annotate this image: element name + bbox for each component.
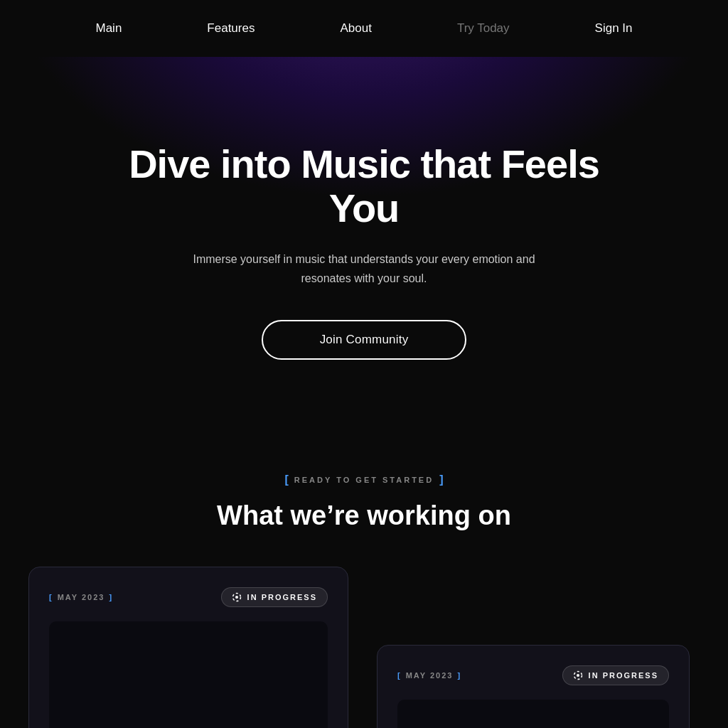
svg-point-3 bbox=[577, 674, 579, 677]
cards-container: [ MAY 2023 ] IN PROGRESS bbox=[0, 567, 728, 728]
card-1-header: [ MAY 2023 ] IN PROGRESS bbox=[49, 587, 328, 607]
card-2-date-bracket-right: ] bbox=[457, 671, 461, 680]
card-2-date-text: MAY 2023 bbox=[406, 671, 454, 680]
card-2-date-bracket-left: [ bbox=[397, 671, 402, 680]
hero-title: Dive into Music that Feels You bbox=[108, 142, 620, 230]
navbar: Main Features About Try Today Sign In bbox=[0, 0, 728, 57]
card-2-date: [ MAY 2023 ] bbox=[397, 671, 461, 680]
join-community-button[interactable]: Join Community bbox=[262, 320, 467, 360]
cards-row: [ MAY 2023 ] IN PROGRESS bbox=[28, 567, 700, 728]
nav-try-today[interactable]: Try Today bbox=[436, 14, 531, 43]
card-1: [ MAY 2023 ] IN PROGRESS bbox=[28, 567, 348, 728]
section-label-row: [ READY TO GET STARTED ] bbox=[0, 473, 728, 486]
bracket-left: [ bbox=[285, 473, 289, 486]
nav-sign-in[interactable]: Sign In bbox=[574, 14, 654, 43]
card-2-status-text: IN PROGRESS bbox=[589, 671, 658, 680]
section-label-text: READY TO GET STARTED bbox=[294, 476, 434, 484]
card-1-date-bracket-right: ] bbox=[109, 593, 113, 601]
card-2: [ MAY 2023 ] IN PROGRESS bbox=[377, 645, 690, 728]
bracket-right: ] bbox=[439, 473, 443, 486]
card-1-status-text: IN PROGRESS bbox=[247, 593, 317, 601]
spinner-icon-1 bbox=[232, 592, 242, 602]
card-2-header: [ MAY 2023 ] IN PROGRESS bbox=[397, 665, 669, 685]
spinner-icon-2 bbox=[573, 670, 583, 680]
nav-features[interactable]: Features bbox=[186, 14, 276, 43]
card-2-status: IN PROGRESS bbox=[562, 665, 669, 685]
card-1-body bbox=[49, 621, 328, 728]
card-1-date-bracket-left: [ bbox=[49, 593, 53, 601]
nav-about[interactable]: About bbox=[318, 14, 392, 43]
navigation: Main Features About Try Today Sign In bbox=[0, 0, 728, 57]
svg-point-1 bbox=[235, 596, 238, 599]
section-title: What we’re working on bbox=[0, 500, 728, 531]
card-1-date: [ MAY 2023 ] bbox=[49, 593, 113, 601]
card-1-status: IN PROGRESS bbox=[221, 587, 328, 607]
card-2-body bbox=[397, 700, 669, 728]
hero-subtitle: Immerse yourself in music that understan… bbox=[179, 250, 549, 288]
working-section: [ READY TO GET STARTED ] What we’re work… bbox=[0, 473, 728, 728]
card-1-date-text: MAY 2023 bbox=[58, 593, 105, 601]
nav-main[interactable]: Main bbox=[74, 14, 143, 43]
hero-section: Dive into Music that Feels You Immerse y… bbox=[0, 57, 728, 417]
